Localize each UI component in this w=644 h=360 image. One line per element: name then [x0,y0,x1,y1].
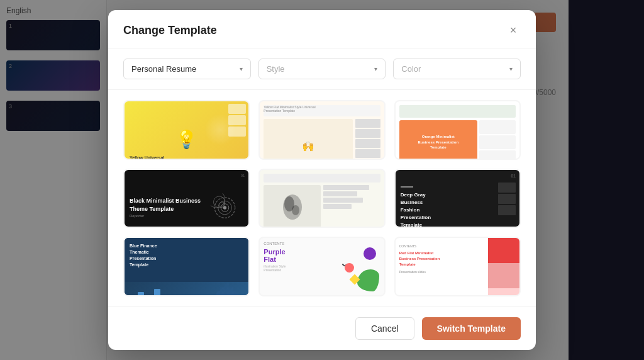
color-chevron-icon: ▾ [509,65,513,72]
modal-close-button[interactable]: × [506,23,521,38]
ink-wash-area [264,185,321,228]
card-7-bottom [125,282,248,296]
red-circle-shape [345,263,354,273]
card-6-side-thumbs [498,183,516,215]
strip-pink [488,263,519,288]
style-chevron-icon: ▾ [374,65,377,72]
card-7-title: Blue FinanceThematicPresentationTemplate [130,243,243,267]
template-thumb-5: Retro Ink-and-Wash ChineseStyle Demonstr… [260,170,384,228]
card-2-label: Yellow Flat Minimalist Style UniversalPr… [264,105,315,113]
spiral-icon [211,193,239,222]
blob-shape [357,269,379,291]
card-9-body: Presentation slides [399,270,440,274]
card-9-inner: CONTENTS Red Flat MinimalistBusiness Pre… [396,238,519,296]
modal-overlay: Change Template × Personal Resume ▾ Styl… [0,0,644,360]
template-thumb-1: 💡 Yellow UniversalBusinessPresentation [125,101,248,160]
card-2-thumbs [355,119,380,160]
card-5-inner [260,170,384,228]
template-thumb-2: 🙌 Yellow Flat Minimalist Style Universal… [260,101,384,160]
template-thumb-9: CONTENTS Red Flat MinimalistBusiness Pre… [396,238,519,296]
illustration-shapes: 〰️ [341,244,379,295]
svg-point-3 [223,206,226,209]
card-3-header [399,105,516,118]
strip-red [488,238,519,263]
template-thumb-4: 01 Black Minimalist BusinessTheme Templa… [125,170,248,228]
color-placeholder: Color [401,64,421,74]
template-card-retro-ink[interactable]: Retro Ink-and-Wash ChineseStyle Demonstr… [258,169,385,228]
bar-2 [138,292,144,296]
bulb-icon: 💡 [175,129,197,150]
style-filter[interactable]: Style ▾ [258,59,386,79]
template-grid: 💡 Yellow UniversalBusinessPresentation 🙌 [108,90,536,307]
card-4-num: 01 [241,174,245,177]
modal-title: Change Template [123,24,217,37]
template-thumb-8: CONTENTS PurpleFlat illustration StylePr… [260,238,384,296]
color-filter[interactable]: Color ▾ [393,59,521,79]
card-3-content: Orange MinimalistBusiness PresentationTe… [399,120,516,160]
card-9-strips [488,238,519,296]
card-6-title: Deep GrayBusinessFashionPresentationTemp… [401,191,514,228]
template-card-orange[interactable]: Orange MinimalistBusiness PresentationTe… [394,100,521,160]
modal-footer: Cancel Switch Template [108,307,536,350]
ink-wash-icon [277,188,308,226]
card-6-accent [401,186,413,188]
card-7-inner: Blue FinanceThematicPresentationTemplate [125,238,248,296]
card-5-lines [323,185,380,228]
card-9-title: Red Flat MinimalistBusiness Presentation… [399,250,440,267]
card-6-num: 01 [511,174,516,178]
change-template-modal: Change Template × Personal Resume ▾ Styl… [108,10,536,350]
bar-4 [154,289,160,296]
template-card-black[interactable]: 01 Black Minimalist BusinessTheme Templa… [123,169,250,228]
card-2-main: 🙌 [264,119,380,160]
card-8-inner: CONTENTS PurpleFlat illustration StylePr… [260,238,384,296]
template-thumb-7: Blue FinanceThematicPresentationTemplate [125,238,248,296]
card-6-inner: 01 Deep GrayBusinessFashionPresentationT… [396,170,519,228]
template-thumb-3: Orange MinimalistBusiness PresentationTe… [396,101,519,160]
template-card-yellow-universal[interactable]: 💡 Yellow UniversalBusinessPresentation [123,100,250,160]
modal-header: Change Template × [108,10,536,48]
card-3-inner: Orange MinimalistBusiness PresentationTe… [396,101,519,160]
template-card-deep-gray[interactable]: 01 Deep GrayBusinessFashionPresentationT… [394,169,521,228]
category-filter[interactable]: Personal Resume ▾ [123,59,251,79]
filter-row: Personal Resume ▾ Style ▾ Color ▾ [108,48,536,90]
card-7-top: Blue FinanceThematicPresentationTemplate [125,238,248,273]
strip-light [488,288,519,296]
card-3-main: Orange MinimalistBusiness PresentationTe… [399,120,477,160]
card-9-header: CONTENTS [399,244,440,248]
bar-5 [162,295,169,296]
template-card-yellow-flat[interactable]: 🙌 Yellow Flat Minimalist Style Universal… [258,100,385,160]
card-3-side [479,120,516,160]
card-5-header [264,174,380,183]
category-value: Personal Resume [131,64,196,74]
template-thumb-6: 01 Deep GrayBusinessFashionPresentationT… [396,170,519,228]
template-card-red-flat[interactable]: CONTENTS Red Flat MinimalistBusiness Pre… [394,237,521,296]
template-card-blue-finance[interactable]: Blue FinanceThematicPresentationTemplate [123,237,250,296]
category-chevron-icon: ▾ [240,65,243,72]
circle-shape [364,247,376,260]
card-5-main [264,185,380,228]
card-1-text: Yellow UniversalBusinessPresentation [130,155,164,160]
hands-icon: 🙌 [264,119,352,160]
svg-point-6 [292,205,299,215]
card-9-content: CONTENTS Red Flat MinimalistBusiness Pre… [399,244,440,274]
cancel-button[interactable]: Cancel [355,317,414,340]
card-3-main-text: Orange MinimalistBusiness PresentationTe… [418,134,458,150]
mini-slides-1 [228,104,246,137]
template-card-purple-flat[interactable]: CONTENTS PurpleFlat illustration StylePr… [258,237,385,296]
switch-template-button[interactable]: Switch Template [422,317,521,340]
style-placeholder: Style [267,64,285,74]
